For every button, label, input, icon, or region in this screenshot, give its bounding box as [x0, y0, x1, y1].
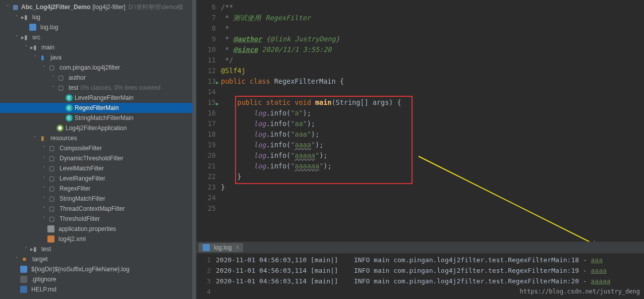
expand-arrow-icon[interactable]: ˅ — [13, 12, 20, 22]
code-line[interactable]: } — [221, 182, 644, 193]
tree-item[interactable]: log4j2.xml — [0, 234, 196, 244]
tree-item[interactable]: CStringMatchFilterMain — [0, 113, 196, 123]
expand-arrow-icon[interactable]: ˃ — [13, 254, 20, 264]
line-number[interactable]: 20 — [197, 150, 216, 161]
expand-arrow-icon[interactable]: ˅ — [31, 52, 38, 63]
tree-item[interactable]: ˅▢com.pingan.log4j2filter — [0, 63, 196, 73]
console-line[interactable]: 2020-11-01 04:56:03,114 [main|] INFO mai… — [216, 276, 644, 286]
tree-item[interactable]: ˃▢RegexFilter — [0, 184, 196, 194]
console-line[interactable]: 2020-11-01 04:56:03,114 [main|] INFO mai… — [216, 265, 644, 276]
expand-arrow-icon[interactable]: ˃ — [49, 73, 56, 83]
line-number[interactable]: 7 — [197, 13, 216, 23]
tree-item[interactable]: ˃▢author — [0, 73, 196, 83]
code-line[interactable]: * @since 2020/11/1 3:55:20 — [221, 44, 644, 55]
line-number[interactable]: 22 — [197, 171, 216, 182]
run-gutter-icon[interactable]: ▶ — [216, 98, 219, 109]
tree-item[interactable]: ˃▢DynamicThresholdFilter — [0, 153, 196, 163]
line-number[interactable]: 14 — [197, 87, 216, 97]
line-number[interactable]: 18 — [197, 129, 216, 140]
expand-arrow-icon[interactable]: ˅ — [31, 133, 38, 143]
tree-item[interactable]: ˅▮resources — [0, 133, 196, 143]
expand-arrow-icon[interactable]: ˅ — [13, 32, 20, 42]
code-line[interactable]: log.info("a"); — [221, 108, 644, 118]
tree-item[interactable]: log.log — [0, 22, 196, 32]
expand-arrow-icon[interactable]: ˅ — [40, 63, 47, 73]
tree-item[interactable]: ˃▢ThreadContextMapFilter — [0, 204, 196, 214]
tree-item[interactable]: .gitignore — [0, 274, 196, 284]
tree-item[interactable]: ˅▮java — [0, 52, 196, 63]
line-number[interactable]: 10 — [197, 44, 216, 55]
code-line[interactable]: * 测试使用 RegexFilter — [221, 13, 644, 23]
code-line[interactable]: */ — [221, 55, 644, 66]
tree-item[interactable]: ˃▢LevelRangeFilter — [0, 173, 196, 184]
tree-item[interactable]: ˅▸▮src — [0, 32, 196, 42]
line-number[interactable]: 15 — [197, 97, 216, 108]
code-line[interactable]: log.info("aaaaaa"); — [221, 161, 644, 171]
line-number[interactable]: 13 — [197, 76, 216, 87]
expand-arrow-icon[interactable]: ˃ — [40, 153, 47, 163]
sidebar-scrollbar[interactable] — [192, 0, 196, 299]
tree-item[interactable]: ˃▢LevelMatchFilter — [0, 163, 196, 173]
tree-item[interactable]: ˅▸▮log — [0, 12, 196, 22]
line-number[interactable]: 12 — [197, 66, 216, 76]
target-folder-icon — [20, 255, 28, 263]
tree-item[interactable]: ˅▦Abc_Log4j2Filter_Demo[log4j2-filter]D:… — [0, 2, 196, 12]
code-line[interactable]: public static void main(String[] args) { — [221, 97, 644, 108]
line-number[interactable]: 24 — [197, 193, 216, 203]
expand-arrow-icon[interactable]: ˃ — [40, 163, 47, 173]
code-line[interactable]: log.info("aaaa"); — [221, 140, 644, 150]
tree-item[interactable]: ˃target — [0, 254, 196, 264]
tree-item[interactable]: ˅▢test0% classes, 0% lines covered — [0, 83, 196, 93]
code-line[interactable]: } — [221, 171, 644, 182]
code-line[interactable]: * @author {@link JustryDeng} — [221, 34, 644, 44]
code-editor[interactable]: 678910111213▶1415▶16171819202122232425 /… — [197, 0, 644, 242]
console-output[interactable]: 1234 2020-11-01 04:56:03,110 [main|] INF… — [197, 254, 644, 299]
console-line[interactable]: 2020-11-01 04:56:03,110 [main|] INFO mai… — [216, 255, 644, 265]
tree-item[interactable]: ${logDir}${noSuffixLogFileName}.log — [0, 264, 196, 274]
line-number[interactable]: 16 — [197, 108, 216, 118]
tree-item[interactable]: ˃▢StringMatchFilter — [0, 194, 196, 204]
line-number[interactable]: 8 — [197, 23, 216, 34]
tree-item[interactable]: ˃▢ThresholdFilter — [0, 214, 196, 224]
tree-item[interactable]: ˃▸▮test — [0, 244, 196, 254]
code-line[interactable]: log.info("aaa"); — [221, 129, 644, 140]
tree-item[interactable]: HELP.md — [0, 284, 196, 294]
tree-item[interactable]: application.properties — [0, 224, 196, 234]
code-line[interactable]: log.info("aa"); — [221, 118, 644, 129]
tree-item[interactable]: ⬢Log4j2FilterApplication — [0, 123, 196, 133]
expand-arrow-icon[interactable]: ˅ — [22, 42, 29, 52]
expand-arrow-icon[interactable]: ˃ — [22, 244, 29, 254]
expand-arrow-icon[interactable]: ˅ — [4, 2, 11, 12]
code-line[interactable]: public class RegexFilterMain { — [221, 76, 644, 87]
line-number[interactable]: 19 — [197, 140, 216, 150]
line-number[interactable]: 11 — [197, 55, 216, 66]
run-gutter-icon[interactable]: ▶ — [216, 77, 219, 88]
expand-arrow-icon[interactable]: ˅ — [49, 83, 56, 93]
code-line[interactable]: /** — [221, 2, 644, 13]
code-line[interactable] — [221, 193, 644, 203]
expand-arrow-icon[interactable]: ˃ — [40, 194, 47, 204]
code-line[interactable] — [221, 203, 644, 214]
expand-arrow-icon[interactable]: ˃ — [40, 143, 47, 153]
expand-arrow-icon[interactable]: ˃ — [40, 184, 47, 194]
package-icon: ▢ — [47, 174, 55, 183]
line-number[interactable]: 25 — [197, 203, 216, 214]
line-number[interactable]: 6 — [197, 2, 216, 13]
line-number[interactable]: 21 — [197, 161, 216, 171]
line-number[interactable]: 9 — [197, 34, 216, 44]
tree-item[interactable]: CLevelRangeFilterMain — [0, 93, 196, 103]
expand-arrow-icon[interactable]: ˃ — [40, 173, 47, 184]
expand-arrow-icon[interactable]: ˃ — [40, 214, 47, 224]
tree-item[interactable]: ˅▸▮main — [0, 42, 196, 52]
expand-arrow-icon[interactable]: ˃ — [40, 204, 47, 214]
code-line[interactable] — [221, 87, 644, 97]
tree-item[interactable]: ˃▢CompositeFilter — [0, 143, 196, 153]
console-tab-loglog[interactable]: log.log × — [199, 243, 243, 252]
tree-item[interactable]: CRegexFilterMain — [0, 103, 196, 113]
code-line[interactable]: @Slf4j — [221, 66, 644, 76]
line-number[interactable]: 23 — [197, 182, 216, 193]
code-line[interactable]: * — [221, 23, 644, 34]
line-number[interactable]: 17 — [197, 118, 216, 129]
close-icon[interactable]: × — [236, 244, 239, 251]
code-line[interactable]: log.info("aaaaa"); — [221, 150, 644, 161]
